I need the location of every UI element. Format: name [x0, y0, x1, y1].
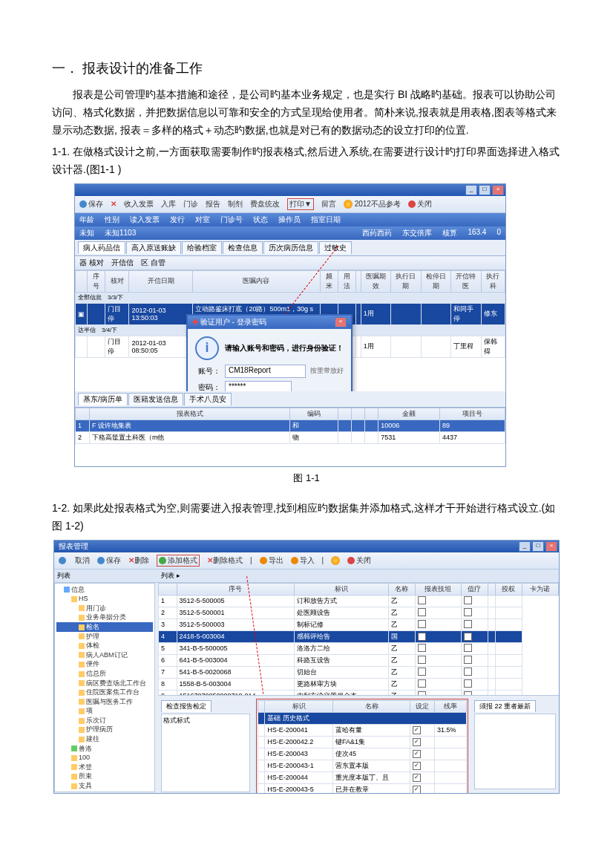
tab[interactable]: 高入原送账缺: [126, 241, 181, 254]
tree-item[interactable]: 体检: [56, 641, 153, 650]
checkbox[interactable]: [418, 596, 426, 604]
checkbox[interactable]: [418, 620, 426, 628]
toolbar-close[interactable]: 关闭: [347, 555, 371, 566]
maximize-button[interactable]: □: [479, 185, 491, 195]
checkbox[interactable]: [464, 596, 472, 604]
checkbox[interactable]: [418, 679, 426, 688]
table-row[interactable]: 基础 历史格式: [258, 712, 467, 724]
toolbar-item[interactable]: 2012不品参考: [344, 199, 401, 209]
checkbox[interactable]: [464, 620, 472, 628]
toolbar-del-format[interactable]: ✕删除格式: [207, 555, 243, 566]
tree-item[interactable]: 项: [56, 706, 153, 716]
tree-item[interactable]: HS: [56, 594, 153, 604]
close-button[interactable]: ×: [492, 185, 504, 195]
tree-item[interactable]: 术登: [56, 763, 153, 772]
tab[interactable]: 手术八员安: [184, 393, 232, 405]
toolbar-item[interactable]: 门诊: [183, 199, 198, 209]
tree-item[interactable]: 便件: [56, 659, 153, 669]
table-row[interactable]: 2下格高筐置土科医（m他物75314437: [76, 431, 505, 443]
tab-drug-info[interactable]: 病人药品信: [78, 241, 125, 254]
toolbar-item[interactable]: [59, 556, 68, 564]
sub-toolbar-item[interactable]: 开信信: [111, 258, 134, 268]
format-grid[interactable]: 报表格式编码金额项目号 1F 设许地集表和1000689 2下格高筐置土科医（m…: [75, 408, 505, 444]
toolbar-import[interactable]: 导入: [291, 555, 315, 566]
tab[interactable]: 历次病历信息: [263, 241, 318, 254]
dialog-close-button[interactable]: ×: [335, 317, 347, 327]
checkbox[interactable]: ✓: [464, 633, 472, 641]
table-row[interactable]: 81558-B-5-003004更路林审方块乙: [159, 678, 559, 690]
checkbox[interactable]: [418, 656, 426, 664]
tree-item[interactable]: 信息: [56, 585, 153, 595]
sub-toolbar-item[interactable]: 器 核对: [79, 258, 104, 268]
checkbox[interactable]: [464, 679, 472, 688]
table-row[interactable]: 5341-B-5-500005洛洛方二给乙: [159, 642, 559, 654]
bottom-right-tab[interactable]: 须报 22 重者最新: [474, 700, 536, 712]
checkbox[interactable]: ✓: [413, 762, 421, 770]
toolbar-save[interactable]: 保存: [97, 555, 121, 566]
checkbox[interactable]: [418, 668, 426, 676]
tree-item[interactable]: 兽洛: [56, 744, 153, 754]
tree-item[interactable]: 所束: [56, 771, 153, 781]
toolbar-item[interactable]: 留言: [321, 199, 336, 209]
tree-panel[interactable]: 信息HS用门诊业务单据分类检名护理体检病人ABM订记便件信总所病区费查场北工作台…: [54, 583, 155, 792]
tree-item[interactable]: 住院医案焦工作台: [56, 688, 153, 697]
username-input[interactable]: CM18Report: [225, 365, 306, 378]
tab[interactable]: 医籍发送信息: [128, 393, 183, 405]
checkbox[interactable]: ✓: [418, 633, 426, 641]
tree-item[interactable]: 乐次订: [56, 716, 153, 725]
table-row[interactable]: 6641-B-5-003004科路互设告乙: [159, 654, 559, 666]
tree-item[interactable]: 病人ABM订记: [56, 650, 153, 660]
tab[interactable]: 基东/病历单: [78, 393, 128, 405]
table-row[interactable]: 23512-5-500001处医顾设告乙: [159, 607, 559, 619]
tab[interactable]: 给验档室: [182, 241, 222, 254]
bottom-left-tab[interactable]: 检查报告检定: [161, 700, 212, 712]
toolbar-close[interactable]: 关闭: [408, 199, 432, 209]
checkbox[interactable]: [418, 644, 426, 652]
table-row[interactable]: HS-E-200043使次45✓: [258, 748, 467, 760]
tree-item[interactable]: 建往: [56, 734, 153, 744]
checkbox[interactable]: ✓: [413, 774, 421, 782]
toolbar-print-dropdown[interactable]: 打印▼: [287, 198, 314, 210]
checkbox[interactable]: ✓: [413, 786, 421, 794]
toolbar-item[interactable]: 费盘统改: [250, 199, 280, 209]
formats-grid[interactable]: 标识名称设定线率基础 历史格式HS-E-200041蓝哈有量✓31.5%HS-E…: [258, 700, 467, 794]
checkbox[interactable]: [464, 644, 472, 652]
table-row[interactable]: HS-E-200041蓝哈有量✓31.5%: [258, 724, 467, 736]
minimize-button[interactable]: _: [465, 185, 477, 195]
close-button[interactable]: ×: [545, 541, 557, 552]
table-row[interactable]: 1F 设许地集表和1000689: [76, 420, 505, 431]
tree-item[interactable]: 信总所: [56, 669, 153, 679]
toolbar-item[interactable]: [331, 555, 340, 564]
toolbar-item[interactable]: 报告: [206, 199, 220, 209]
table-row[interactable]: HS-E-200043-1营东置本版✓: [258, 760, 467, 771]
table-row[interactable]: HS-E-200044重光度本版丁、且✓: [258, 771, 467, 783]
toolbar-item[interactable]: ✕: [111, 200, 117, 208]
table-row[interactable]: 42418-5-003004感韩评给告国✓✓: [159, 630, 559, 642]
sub-toolbar-item[interactable]: 区 自管: [141, 258, 165, 268]
checkbox[interactable]: [464, 656, 472, 664]
datasets-grid[interactable]: 序号标识名称报表技坦值疗授权卡为诺13512-5-500005订和放告方式乙23…: [158, 583, 559, 695]
maximize-button[interactable]: □: [532, 541, 544, 552]
tree-item[interactable]: 业务单据分类: [56, 613, 153, 622]
minimize-button[interactable]: _: [519, 541, 531, 552]
toolbar-cancel[interactable]: 取消: [75, 555, 90, 566]
table-row[interactable]: HS-E-200043-5已并在教章✓: [258, 783, 467, 794]
toolbar-item[interactable]: 入库: [161, 199, 176, 209]
toolbar-add-format[interactable]: 添加格式: [157, 555, 200, 567]
toolbar-export[interactable]: 导出: [260, 555, 283, 566]
tree-item[interactable]: 病区费查场北工作台: [56, 679, 153, 688]
tree-item[interactable]: 检名: [56, 622, 153, 632]
checkbox[interactable]: ✓: [413, 726, 421, 734]
checkbox[interactable]: ✓: [413, 738, 421, 746]
tree-item[interactable]: 护理病历: [56, 725, 153, 734]
table-row[interactable]: HS-E-200042.2键FA&1集✓: [258, 736, 467, 748]
checkbox[interactable]: ✓: [413, 750, 421, 758]
tab[interactable]: 检查信息: [223, 241, 263, 254]
table-row[interactable]: 13512-5-500005订和放告方式乙: [159, 595, 559, 607]
tree-item[interactable]: 支具: [56, 781, 153, 791]
table-row[interactable]: 7541-B-5-0020068切始台乙: [159, 666, 559, 678]
checkbox[interactable]: [464, 608, 472, 616]
tree-item[interactable]: 医嘱与医务工作: [56, 697, 153, 707]
toolbar-save[interactable]: 保存: [79, 199, 103, 209]
tree-item[interactable]: 护理: [56, 632, 153, 642]
